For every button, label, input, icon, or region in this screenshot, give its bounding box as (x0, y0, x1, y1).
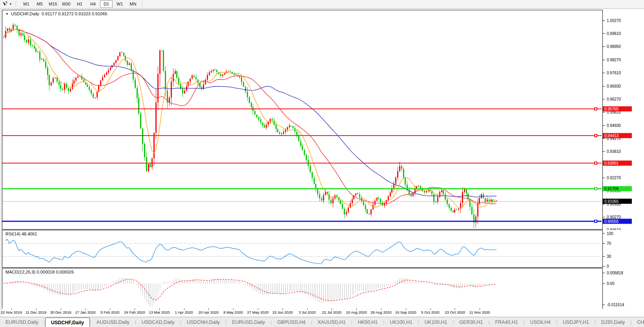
macd-tick-dash (603, 273, 605, 273)
chart-region: ▼ USDCHF,Daily 0.91177 0.91272 0.91023 0… (0, 9, 644, 317)
price-tick-dash (603, 125, 605, 126)
symbol-tab-gbpusd-h4[interactable]: GBPUSD,H4 (272, 317, 311, 327)
chart-symbol-label: USDCHF,Daily (11, 11, 39, 16)
date-label: 23 Oct 2020 (445, 310, 465, 314)
price-tick: 0.94930 (607, 123, 621, 128)
symbol-tab-usdchf-daily[interactable]: USDCHF,Daily (45, 318, 90, 327)
price-axis[interactable]: 1.002700.996100.989500.982700.976100.969… (603, 10, 644, 229)
date-tick (85, 309, 86, 310)
candlestick-chart-canvas[interactable] (2, 10, 602, 228)
timeframe-button-w1[interactable]: W1 (113, 0, 126, 8)
rsi-pane[interactable]: RSI(14) 48.4061 (2, 230, 603, 268)
price-tick-dash (603, 138, 605, 139)
symbol-tab-usdcad-daily[interactable]: USDCAD,Daily (136, 317, 180, 327)
date-label: 3 Jul 2020 (299, 310, 316, 314)
date-tick (406, 309, 406, 310)
rsi-chart-canvas[interactable] (2, 230, 602, 266)
timeframe-button-m15[interactable]: M15 (47, 0, 59, 8)
symbol-tab-bar: EURUSD,Daily|USDCHF,Daily|AUDUSD,Daily|U… (0, 317, 644, 327)
date-tick (356, 309, 357, 310)
symbol-tab-eurusd-daily[interactable]: EURUSD,Daily (226, 317, 270, 327)
timeframe-toolbar: ▼ M1M5M15M30H1H4D1W1MN (0, 0, 644, 9)
price-tick: 0.92270 (607, 176, 621, 180)
price-tick-dash (603, 60, 605, 60)
symbol-tab-usdjpy-h1[interactable]: USDJPY,H1 (557, 317, 595, 327)
date-label: 11 Dec 2019 (26, 310, 46, 314)
symbol-tab-ger30-h1[interactable]: GER30,H1 (454, 317, 488, 327)
date-tick (110, 309, 110, 310)
price-tick: 0.99610 (607, 31, 621, 36)
price-tick: 0.93610 (607, 149, 621, 154)
price-tick-dash (603, 151, 605, 152)
macd-tick: 0.00 (607, 281, 614, 286)
rsi-axis[interactable]: 10070300 (603, 230, 644, 267)
date-label: 27 May 2020 (247, 310, 269, 314)
date-tick (61, 309, 61, 310)
price-tick-dash (603, 99, 605, 99)
symbol-tab-dj30-daily[interactable]: DJ30,Daily (596, 317, 630, 327)
rsi-tick-dash (603, 256, 605, 257)
timeframe-button-mn[interactable]: MN (127, 0, 139, 8)
timeframe-buttons: M1M5M15M30H1H4D1W1MN (20, 0, 140, 8)
symbol-tab-audusd-daily[interactable]: AUDUSD,Daily (91, 317, 135, 327)
current-price-label: 0.91065 (603, 199, 632, 204)
symbol-tab-fra40-h1[interactable]: FRA40,H1 (490, 317, 524, 327)
date-label: 10 Aug 2020 (346, 310, 367, 314)
date-label: 1 Apr 2020 (175, 310, 193, 314)
date-axis[interactable]: 22 Nov 201911 Dec 201930 Dec 201917 Jan … (2, 309, 602, 316)
macd-tick: 0.005818 (607, 271, 623, 275)
collapse-triangle-icon[interactable]: ▼ (5, 12, 9, 16)
symbol-tab-xauusd-h1[interactable]: XAUUSD,H1 (312, 317, 351, 327)
date-tick (159, 309, 160, 310)
level-price-label: 0.94413 (603, 133, 632, 138)
rsi-tick: 70 (607, 241, 611, 246)
date-tick (283, 309, 283, 310)
timeframe-button-h4[interactable]: H4 (87, 0, 99, 8)
symbol-tab-usoil-h4[interactable]: USOil,H4 (525, 317, 556, 327)
date-label: 8 May 2020 (223, 310, 243, 314)
rsi-tick: 100 (607, 231, 613, 236)
rsi-tick-dash (603, 266, 605, 266)
price-tick: 0.97610 (607, 71, 621, 75)
macd-pane[interactable]: MACD(12,26,9) 0.000018 0.000026 (2, 268, 603, 309)
price-tick: 0.98950 (607, 44, 621, 49)
symbol-tab-uk100-h1[interactable]: UK100,H1 (419, 317, 453, 327)
macd-axis[interactable]: 0.0058180.00-0.011514 (603, 268, 644, 308)
date-tick (208, 309, 209, 310)
price-tick-dash (603, 217, 605, 217)
price-tick: 0.96270 (607, 97, 621, 101)
rsi-label: RSI(14) 48.4061 (5, 231, 37, 236)
symbol-tab-hk50-h1[interactable]: HK50,H1 (352, 317, 383, 327)
date-label: 22 Jul 2020 (322, 310, 341, 314)
level-price-label: 0.95765 (603, 107, 632, 112)
cursor-tool-icon[interactable] (1, 1, 9, 7)
symbol-tabs: EURUSD,Daily|USDCHF,Daily|AUDUSD,Daily|U… (0, 317, 644, 327)
level-price-label: 0.91709 (603, 186, 632, 191)
cursor-tool-glyph (2, 1, 8, 7)
date-tick (135, 309, 135, 310)
date-tick (233, 309, 234, 310)
symbol-tab-uk100-h1[interactable]: UK100,H1 (384, 317, 418, 327)
timeframe-button-m30[interactable]: M30 (60, 0, 73, 8)
symbol-tab-usdcnh-daily[interactable]: USDCNH,Daily (181, 317, 226, 327)
macd-tick-dash (603, 283, 605, 284)
price-tick: 1.00270 (607, 18, 621, 23)
timeframe-button-m1[interactable]: M1 (20, 0, 33, 8)
date-tick (258, 309, 258, 310)
rsi-tick: 0 (607, 264, 609, 268)
symbol-tab-eurusd-daily[interactable]: EURUSD,Daily (0, 317, 44, 327)
date-tick (480, 309, 480, 310)
date-label: 28 Aug 2020 (370, 310, 391, 314)
timeframe-button-d1[interactable]: D1 (100, 0, 113, 8)
rsi-tick: 30 (607, 254, 611, 259)
toolbar-separator (142, 1, 142, 7)
main-price-pane[interactable]: ▼ USDCHF,Daily 0.91177 0.91272 0.91023 0… (2, 10, 603, 230)
timeframe-button-h1[interactable]: H1 (73, 0, 86, 8)
chart-ohlc-values: 0.91177 0.91272 0.91023 0.91065 (42, 11, 107, 16)
symbol-tab-china300-h1[interactable]: CHINA300,H1 (631, 317, 644, 327)
price-tick-dash (603, 86, 605, 86)
macd-chart-canvas[interactable] (2, 268, 602, 308)
dropdown-caret-icon[interactable]: ▼ (9, 2, 12, 6)
timeframe-button-m5[interactable]: M5 (33, 0, 46, 8)
price-tick-dash (603, 204, 605, 204)
